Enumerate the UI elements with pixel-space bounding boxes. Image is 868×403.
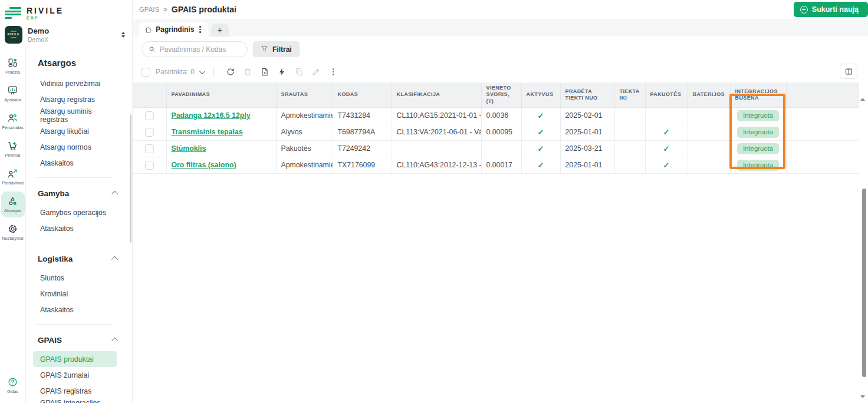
- chart-board-icon: [7, 85, 18, 96]
- row-checkbox[interactable]: [145, 161, 154, 170]
- scrollbar-thumb[interactable]: [862, 189, 866, 377]
- header-checkbox-col: [133, 82, 166, 107]
- rail-item-atsargos[interactable]: Atsargos: [1, 191, 25, 217]
- rail-item-pardavimai[interactable]: Pardavimai: [1, 164, 25, 190]
- sidebar-item-ataskaitos-gamyba[interactable]: Ataskaitos: [37, 220, 117, 236]
- product-link[interactable]: Transmisinis tepalas: [172, 128, 243, 136]
- workspace-selector[interactable]: RIVILE Demo DemoX: [0, 22, 132, 48]
- col-aktyvus[interactable]: AKTYVUS: [521, 82, 560, 107]
- create-new-button[interactable]: Sukurti naują: [794, 2, 868, 17]
- col-vieneto-svoris[interactable]: VIENETO SVORIS, (T): [481, 82, 521, 107]
- rail-item-pirkimai[interactable]: Pirkimai: [1, 136, 25, 162]
- baterijos-check: [688, 124, 730, 140]
- rail-item-pradzia[interactable]: Pradžia: [1, 53, 25, 79]
- tab-menu-icon[interactable]: [198, 25, 203, 34]
- scroll-down-arrow[interactable]: [860, 395, 865, 398]
- add-tab-button[interactable]: +: [211, 24, 229, 37]
- sidebar-section-gpais[interactable]: GPAIS: [38, 331, 118, 349]
- table-header-row: PAVADINIMAS SRAUTAS KODAS KLASIFIKACIJA …: [133, 82, 859, 107]
- delete-button[interactable]: [240, 65, 255, 79]
- breadcrumb-separator: >: [163, 6, 167, 13]
- sidebar-section-logistika[interactable]: Logistika: [38, 250, 118, 267]
- row-checkbox[interactable]: [145, 128, 154, 137]
- brand-name: RIVILE: [27, 6, 64, 15]
- filter-button[interactable]: Filtrai: [253, 41, 300, 57]
- sidebar-item-gpais-produktai[interactable]: GPAIS produktai: [33, 351, 117, 367]
- rail-item-gidas[interactable]: Gidas: [1, 372, 25, 398]
- table-row: Transmisinis tepalas Alyvos T6987794A CL…: [133, 124, 859, 140]
- sidebar-item-atsargu-suminis-registras[interactable]: Atsargų suminis registras: [37, 107, 117, 123]
- divider: [37, 243, 113, 243]
- sidebar-item-gpais-zurnalai[interactable]: GPAIS žurnalai: [37, 367, 117, 383]
- col-baterijos[interactable]: BATERIJOS: [688, 82, 730, 107]
- plus-circle-icon: [800, 6, 808, 14]
- sidebar-item-vidiniai-pervezimai[interactable]: Vidiniai pervežimai: [37, 75, 117, 91]
- sidebar-item-gpais-integracijos-zurnalai[interactable]: GPAIS integracijos žurnalai: [37, 399, 117, 403]
- sidebar-item-atsargu-likuciai[interactable]: Atsargų likučiai: [37, 123, 117, 139]
- export-button[interactable]: [257, 65, 272, 79]
- shapes-icon: [7, 196, 18, 207]
- search-field[interactable]: [142, 41, 248, 57]
- workspace-org: DemoX: [28, 36, 116, 43]
- sidebar-item-ataskaitos-atsargos[interactable]: Ataskaitos: [37, 155, 117, 171]
- col-integracijos-busena[interactable]: INTEGRACIJOS BŪSENA: [730, 82, 786, 107]
- tab-bar: Pagrindinis +: [133, 19, 868, 37]
- tab-pagrindinis[interactable]: Pagrindinis: [139, 22, 208, 37]
- col-pradeta-tiekti-nuo[interactable]: PRADĖTA TIEKTI NUO: [560, 82, 614, 107]
- sidebar-scrollbar[interactable]: [130, 114, 131, 243]
- scroll-up-arrow[interactable]: [860, 98, 865, 101]
- column-settings-button[interactable]: [840, 64, 857, 79]
- sidebar-item-ataskaitos-logistika[interactable]: Ataskaitos: [37, 302, 117, 318]
- workspace-switch-icon[interactable]: [121, 32, 125, 38]
- product-link[interactable]: Padanga 12x16.5 12ply: [172, 111, 251, 120]
- edit-button[interactable]: [308, 65, 324, 79]
- rail-item-nustatymai[interactable]: Nustatymai: [1, 219, 25, 245]
- status-badge: Integruota: [737, 143, 779, 154]
- breadcrumb-parent[interactable]: GPAIS: [139, 6, 159, 13]
- baterijos-check: [688, 107, 730, 124]
- sidebar-item-atsargu-normos[interactable]: Atsargų normos: [37, 139, 117, 155]
- col-kodas[interactable]: KODAS: [333, 82, 392, 107]
- pakuotes-check: ✓: [645, 157, 688, 173]
- brand-erp: ERP: [27, 16, 64, 20]
- baterijos-check: [688, 157, 730, 173]
- lightning-icon: [277, 67, 287, 77]
- refresh-icon: [226, 67, 235, 77]
- col-srautas[interactable]: SRAUTAS: [276, 82, 333, 107]
- sidebar-item-atsargu-registras[interactable]: Atsargų registras: [37, 91, 117, 107]
- columns-icon: [844, 67, 853, 76]
- avatar-brand-text: RIVILE: [8, 33, 20, 36]
- rail-item-personalas[interactable]: Personalas: [1, 108, 25, 134]
- col-pakuotes[interactable]: PAKUOTĖS: [645, 82, 688, 107]
- sidebar-item-kroviniai[interactable]: Kroviniai: [37, 286, 117, 302]
- funnel-icon: [261, 45, 268, 53]
- sidebar-item-gpais-registras[interactable]: GPAIS registras: [37, 383, 117, 399]
- search-input[interactable]: [159, 45, 241, 54]
- refresh-button[interactable]: [223, 65, 238, 79]
- more-actions-button[interactable]: [326, 65, 341, 79]
- product-link[interactable]: Stūmoklis: [172, 144, 206, 153]
- row-checkbox[interactable]: [145, 111, 154, 120]
- table-row: Stūmoklis Pakuotės T7249242 ✓ 2025-03-21…: [133, 140, 859, 157]
- kebab-menu-icon: [328, 67, 338, 77]
- col-tiekta-iki[interactable]: TIEKTA IKI: [614, 82, 645, 107]
- sidebar-section-gamyba[interactable]: Gamyba: [38, 184, 118, 202]
- product-link[interactable]: Oro filtras (salono): [172, 161, 236, 169]
- integrate-button[interactable]: [274, 65, 290, 79]
- copy-button[interactable]: [291, 65, 307, 79]
- dashboard-icon: [7, 57, 18, 68]
- sidebar-item-gamybos-operacijos[interactable]: Gamybos operacijos: [37, 204, 117, 220]
- row-checkbox[interactable]: [145, 144, 154, 153]
- col-klasifikacija[interactable]: KLASIFIKACIJA: [392, 82, 481, 107]
- gear-icon: [7, 223, 18, 234]
- chevron-up-icon: [111, 338, 118, 344]
- person-arrow-icon: [7, 168, 18, 179]
- copy-icon: [294, 67, 304, 77]
- rail-item-apskaita[interactable]: Apskaita: [1, 81, 25, 107]
- table-row: Oro filtras (salono) Apmokestinamieji TX…: [133, 157, 859, 173]
- trash-icon: [243, 67, 252, 77]
- sidebar-item-siuntos[interactable]: Siuntos: [37, 270, 117, 286]
- select-all-checkbox[interactable]: [142, 68, 150, 77]
- col-pavadinimas[interactable]: PAVADINIMAS: [166, 82, 276, 107]
- chevron-down-icon[interactable]: [199, 68, 205, 74]
